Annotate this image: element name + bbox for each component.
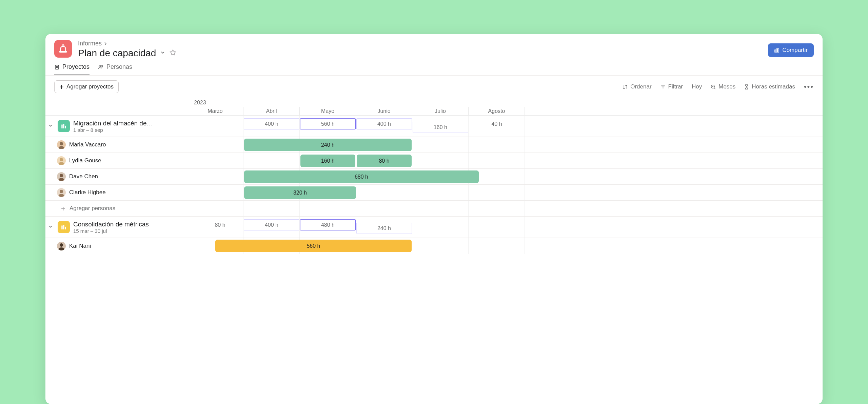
allocation-bar[interactable]: 560 h bbox=[215, 240, 412, 252]
summary-chip[interactable]: 80 h bbox=[197, 219, 243, 230]
summary-chip[interactable]: 400 h bbox=[244, 118, 299, 129]
person-name[interactable]: Kai Nani bbox=[69, 243, 91, 249]
title-row: Plan de capacidad bbox=[78, 48, 176, 59]
people-icon bbox=[98, 64, 104, 70]
breadcrumb-link[interactable]: Informes bbox=[78, 40, 102, 47]
report-icon bbox=[54, 40, 72, 58]
summary-chip[interactable]: 480 h bbox=[300, 219, 356, 230]
today-action[interactable]: Hoy bbox=[692, 83, 702, 90]
person-row: Lydia Gouse 160 h 80 h bbox=[45, 153, 823, 169]
svg-rect-5 bbox=[55, 65, 59, 69]
star-icon[interactable] bbox=[170, 49, 176, 57]
breadcrumb: Informes bbox=[78, 40, 176, 47]
svg-point-19 bbox=[60, 243, 63, 247]
toolbar: Agregar proyectos Ordenar Filtrar Hoy Me… bbox=[45, 76, 823, 98]
svg-rect-16 bbox=[61, 226, 62, 229]
svg-point-14 bbox=[60, 174, 63, 177]
add-person-row[interactable]: Agregar personas bbox=[45, 201, 823, 217]
months-header-row: Marzo Abril Mayo Junio Julio Agosto bbox=[187, 107, 823, 116]
avatar bbox=[57, 172, 66, 181]
person-row: Maria Vaccaro 240 h bbox=[45, 137, 823, 153]
project-dates: 15 mar – 30 jul bbox=[73, 228, 149, 234]
project-row: Consolidación de métricas 15 mar – 30 ju… bbox=[45, 217, 823, 238]
summary-chip[interactable]: 160 h bbox=[413, 122, 468, 133]
avatar bbox=[57, 156, 66, 165]
svg-rect-0 bbox=[60, 52, 66, 53]
share-icon bbox=[774, 47, 780, 53]
months-action[interactable]: Meses bbox=[711, 83, 735, 90]
chevron-right-icon bbox=[104, 42, 107, 45]
svg-point-7 bbox=[101, 65, 103, 67]
share-button[interactable]: Compartir bbox=[768, 43, 814, 57]
summary-chip[interactable]: 240 h bbox=[356, 223, 412, 234]
tab-people[interactable]: Personas bbox=[98, 63, 132, 75]
tabs: Proyectos Personas bbox=[45, 59, 823, 76]
svg-rect-17 bbox=[63, 225, 64, 229]
svg-point-12 bbox=[60, 142, 63, 145]
clipboard-icon bbox=[54, 64, 60, 70]
svg-rect-11 bbox=[65, 126, 66, 128]
svg-point-15 bbox=[60, 190, 63, 193]
summary-chip[interactable]: 40 h bbox=[469, 118, 525, 129]
svg-rect-18 bbox=[65, 227, 66, 229]
month-header: Julio bbox=[412, 107, 469, 115]
add-person-label: Agregar personas bbox=[70, 205, 115, 212]
project-name[interactable]: Migración del almacén de… bbox=[73, 120, 153, 127]
svg-rect-9 bbox=[61, 125, 62, 128]
sort-icon bbox=[623, 84, 628, 89]
svg-rect-2 bbox=[775, 50, 776, 52]
filter-action[interactable]: Filtrar bbox=[660, 83, 683, 90]
filter-icon bbox=[660, 84, 666, 89]
allocation-bar[interactable]: 680 h bbox=[244, 170, 479, 183]
project-badge bbox=[58, 221, 70, 233]
hours-action[interactable]: Horas estimadas bbox=[744, 83, 795, 90]
person-name[interactable]: Dave Chen bbox=[69, 173, 98, 180]
svg-rect-4 bbox=[778, 48, 779, 52]
summary-chip[interactable]: 560 h bbox=[300, 118, 356, 129]
person-name[interactable]: Lydia Gouse bbox=[69, 157, 101, 164]
page-title: Plan de capacidad bbox=[78, 48, 156, 59]
svg-rect-10 bbox=[63, 124, 64, 128]
collapse-icon[interactable] bbox=[47, 223, 54, 231]
header-left: Informes Plan de capacidad bbox=[54, 40, 176, 59]
hourglass-icon bbox=[744, 84, 749, 89]
tab-projects[interactable]: Proyectos bbox=[54, 63, 90, 75]
project-name[interactable]: Consolidación de métricas bbox=[73, 221, 149, 228]
allocation-bar[interactable]: 80 h bbox=[357, 155, 412, 167]
person-row: Clarke Higbee 320 h bbox=[45, 185, 823, 201]
project-dates: 1 abr – 8 sep bbox=[73, 127, 153, 133]
person-row: Dave Chen 680 h bbox=[45, 169, 823, 185]
collapse-icon[interactable] bbox=[47, 122, 54, 130]
add-projects-button[interactable]: Agregar proyectos bbox=[54, 80, 119, 93]
allocation-bar[interactable]: 240 h bbox=[244, 139, 412, 151]
timeline: 2023 Marzo Abril Mayo Junio Julio Agosto bbox=[45, 98, 823, 404]
avatar bbox=[57, 140, 66, 149]
project-badge bbox=[58, 120, 70, 132]
person-row: Kai Nani 560 h bbox=[45, 238, 823, 254]
svg-rect-3 bbox=[776, 49, 777, 52]
month-header: Agosto bbox=[469, 107, 525, 115]
plus-icon bbox=[61, 206, 65, 211]
summary-chip[interactable]: 400 h bbox=[356, 118, 412, 129]
year-label: 2023 bbox=[187, 98, 823, 107]
month-header: Junio bbox=[356, 107, 412, 115]
month-header: Marzo bbox=[187, 107, 243, 115]
month-header: Abril bbox=[243, 107, 300, 115]
summary-chip[interactable]: 400 h bbox=[244, 219, 299, 230]
avatar bbox=[57, 188, 66, 197]
svg-point-6 bbox=[99, 65, 101, 67]
svg-point-1 bbox=[62, 45, 64, 47]
svg-point-13 bbox=[60, 158, 63, 161]
sort-action[interactable]: Ordenar bbox=[623, 83, 651, 90]
month-header: Mayo bbox=[300, 107, 356, 115]
project-row: Migración del almacén de… 1 abr – 8 sep … bbox=[45, 116, 823, 137]
allocation-bar[interactable]: 160 h bbox=[300, 155, 355, 167]
avatar bbox=[57, 242, 66, 250]
more-menu[interactable]: ••• bbox=[804, 82, 814, 91]
zoom-icon bbox=[711, 84, 716, 89]
person-name[interactable]: Clarke Higbee bbox=[69, 189, 106, 196]
allocation-bar[interactable]: 320 h bbox=[244, 186, 356, 199]
header: Informes Plan de capacidad Compartir bbox=[45, 34, 823, 59]
person-name[interactable]: Maria Vaccaro bbox=[69, 141, 106, 148]
title-dropdown[interactable] bbox=[160, 50, 165, 57]
